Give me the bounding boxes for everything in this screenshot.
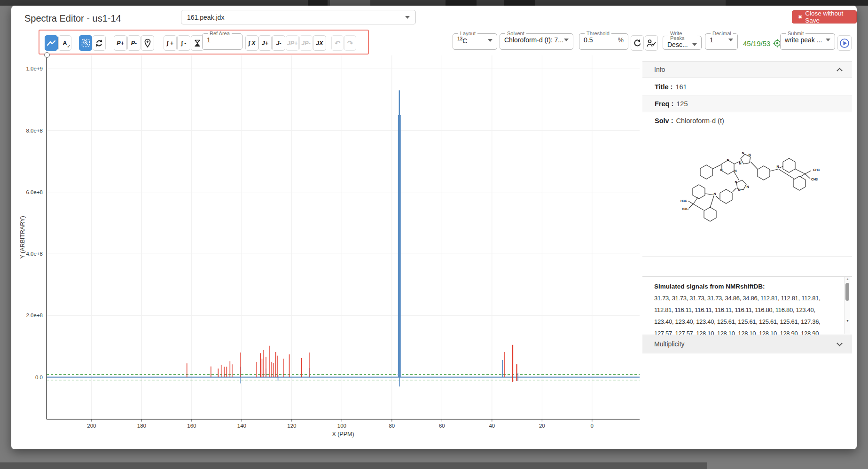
svg-text:100: 100 — [337, 423, 346, 429]
scrollbar[interactable]: ▲ ▼ — [844, 277, 850, 334]
svg-text:CH3: CH3 — [811, 178, 818, 181]
line-chart-icon — [47, 39, 56, 47]
layout-value: 13C — [457, 36, 467, 45]
integral-remove-button[interactable]: ∫ - — [177, 35, 190, 51]
background-top-bar — [0, 0, 868, 6]
ref-area-input[interactable] — [207, 36, 238, 44]
close-without-save-button[interactable]: ✖ Close without Save — [792, 10, 857, 23]
chevron-up-icon — [837, 68, 843, 74]
chevron-down-icon — [405, 16, 410, 19]
submit-value: write peak ... — [785, 36, 822, 44]
ref-area-label: Ref Area — [208, 31, 232, 36]
info-header-label: Info — [654, 66, 665, 73]
signals-heading: Simulated signals from NMRshiftDB: — [654, 281, 833, 292]
reset-zoom-icon — [95, 39, 103, 47]
layout-select-fieldset[interactable]: Layout 13C — [453, 31, 497, 50]
write-peaks-select-fieldset[interactable]: Write Peaks Desc... — [663, 31, 702, 50]
svg-text:80: 80 — [389, 423, 395, 429]
svg-text:N: N — [742, 151, 744, 155]
info-row-solv: Solv : Chloroform-d (t) — [642, 112, 852, 129]
j-clear-button[interactable]: JX — [313, 35, 326, 51]
multiplicity-header-label: Multiplicity — [654, 340, 685, 348]
play-icon — [839, 38, 850, 48]
chevron-down-icon — [564, 39, 569, 41]
layout-label: Layout — [458, 31, 477, 36]
svg-text:H3C: H3C — [680, 199, 687, 203]
chevron-down-icon — [826, 39, 830, 41]
integral-clear-button[interactable]: ∫ X — [245, 35, 258, 51]
chevron-down-icon — [692, 43, 697, 46]
svg-text:200: 200 — [87, 423, 96, 429]
submit-label: Submit — [786, 31, 805, 36]
svg-text:N: N — [739, 162, 741, 165]
close-button-label: Close without Save — [805, 10, 851, 24]
svg-text:N: N — [713, 192, 716, 195]
auto-assign-button[interactable]: A✓ — [58, 35, 71, 51]
write-peaks-value: Desc... — [667, 41, 688, 48]
zoom-select-button[interactable] — [79, 35, 92, 51]
decimal-select-fieldset[interactable]: Decimal 1 — [705, 31, 738, 50]
simulated-signals-block: Simulated signals from NMRshiftDB: 31.73… — [642, 276, 852, 335]
solvent-value: Chloroform-d (t): 7... — [504, 36, 563, 44]
j-remove-button[interactable]: J- — [272, 35, 285, 51]
redo-button[interactable]: ↷ — [344, 35, 356, 51]
screen: { "window": { "title": "Spectra Editor -… — [0, 0, 868, 469]
refresh-icon — [633, 39, 641, 47]
threshold-unit: % — [618, 36, 624, 44]
background-app-fragment — [308, 0, 328, 6]
user-check-icon — [647, 39, 656, 47]
svg-text:180: 180 — [137, 423, 146, 429]
jp-add-button[interactable]: JP+ — [286, 35, 299, 51]
svg-text:H3C: H3C — [682, 207, 688, 211]
svg-text:40: 40 — [489, 423, 495, 429]
undo-button[interactable]: ↶ — [331, 35, 344, 51]
peak-add-button[interactable]: P+ — [114, 35, 127, 51]
svg-text:CH3: CH3 — [813, 168, 820, 172]
svg-text:4.0e+8: 4.0e+8 — [26, 251, 43, 257]
integral-add-button[interactable]: ∫ + — [164, 35, 177, 51]
spectra-editor-dialog: Spectra Editor - us1-14 161.peak.jdx ✖ C… — [11, 6, 857, 449]
info-accordion-header[interactable]: Info — [642, 61, 852, 78]
svg-text:0: 0 — [591, 423, 594, 429]
write-peaks-label: Write Peaks — [668, 31, 697, 40]
peak-counter-value: 45/19/53 — [743, 39, 770, 47]
svg-text:0.0: 0.0 — [35, 375, 43, 380]
undo-icon: ↶ — [335, 39, 341, 47]
jp-remove-button[interactable]: JP- — [299, 35, 313, 51]
spectrum-chart[interactable]: 2001801601401201008060402001.0e+98.0e+86… — [13, 52, 649, 442]
divider — [642, 256, 852, 257]
threshold-fieldset[interactable]: Threshold 0.5 % — [579, 31, 628, 50]
line-chart-mode-button[interactable] — [45, 35, 58, 51]
submit-run-button[interactable] — [837, 35, 852, 51]
spectrum-file-select[interactable]: 161.peak.jdx — [181, 10, 416, 24]
zoom-select-icon — [81, 39, 90, 47]
auto-ranges-pick-button[interactable] — [645, 35, 658, 51]
scrollbar-thumb[interactable] — [845, 283, 849, 301]
threshold-value: 0.5 — [584, 36, 593, 44]
reset-zoom-button[interactable] — [93, 35, 106, 51]
drag-handle[interactable] — [44, 52, 50, 58]
submit-select-fieldset[interactable]: Submit write peak ... — [780, 31, 835, 50]
refresh-button[interactable] — [631, 35, 644, 51]
j-add-button[interactable]: J+ — [258, 35, 272, 51]
peak-remove-button[interactable]: P- — [127, 35, 141, 51]
background-app-fragment — [446, 0, 477, 6]
svg-text:20: 20 — [539, 423, 545, 429]
scroll-down-icon[interactable]: ▼ — [845, 319, 851, 322]
chevron-down-icon — [728, 39, 733, 41]
decimal-label: Decimal — [711, 31, 733, 36]
svg-text:N: N — [720, 168, 722, 172]
scroll-up-icon[interactable]: ▲ — [845, 277, 851, 281]
info-row-title: Title : 161 — [642, 78, 852, 95]
molecule-structure: NNNNNNNNNNNCH3CH3H3CH3C — [670, 142, 826, 242]
signals-values: 31.73, 31.73, 31.73, 31.73, 34.86, 34.86… — [654, 292, 833, 335]
assignment-icon: A✓ — [63, 40, 67, 47]
svg-text:120: 120 — [287, 423, 296, 429]
peak-pick-button[interactable] — [141, 35, 154, 51]
multiplicity-accordion-header[interactable]: Multiplicity — [642, 335, 852, 353]
solvent-select-fieldset[interactable]: Solvent Chloroform-d (t): 7... — [500, 31, 573, 50]
background-bottom-bar — [0, 462, 707, 469]
svg-text:60: 60 — [439, 423, 445, 429]
info-title-label: Title : — [655, 83, 673, 91]
page-title: Spectra Editor - us1-14 — [24, 13, 121, 24]
